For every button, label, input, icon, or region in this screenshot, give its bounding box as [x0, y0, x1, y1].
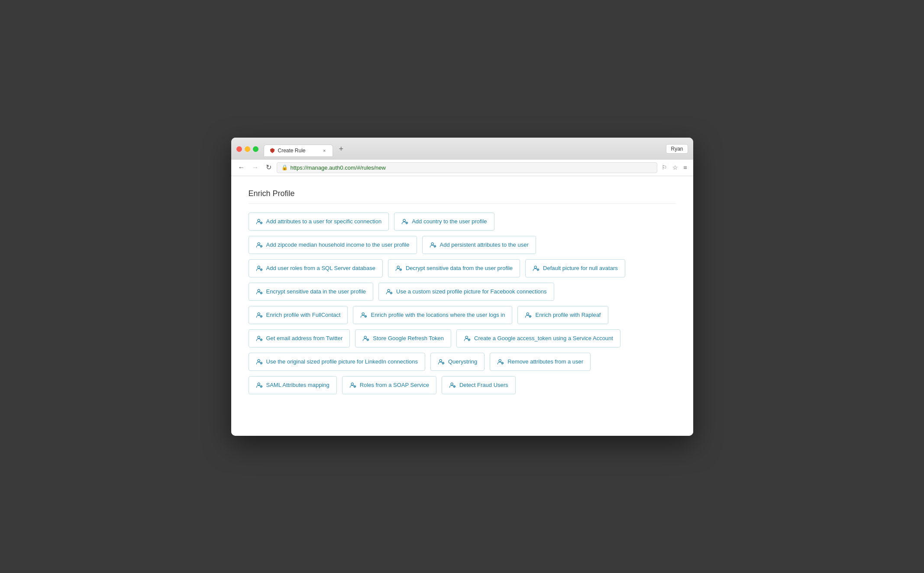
- user-rule-icon: [362, 335, 369, 342]
- user-menu-button[interactable]: Ryan: [666, 144, 688, 154]
- rule-card-5-2[interactable]: Create a Google access_token using a Ser…: [456, 329, 620, 348]
- user-rule-icon: [349, 382, 356, 389]
- maximize-button[interactable]: [253, 146, 258, 152]
- rule-card-label: Use the original sized profile picture f…: [266, 358, 418, 365]
- tab-title: Create Rule: [278, 148, 306, 154]
- user-rule-icon: [256, 265, 263, 272]
- section-title: Enrich Profile: [249, 189, 676, 204]
- star-button[interactable]: ☆: [672, 163, 679, 172]
- rule-card-6-2[interactable]: Remove attributes from a user: [490, 353, 591, 371]
- new-tab-button[interactable]: +: [335, 142, 348, 156]
- svg-point-40: [451, 383, 453, 385]
- rule-card-label: Roles from a SOAP Service: [360, 382, 429, 388]
- rule-card-3-1[interactable]: Use a custom sized profile picture for F…: [378, 283, 554, 301]
- svg-point-14: [258, 289, 260, 291]
- rule-card-label: Decrypt sensitive data from the user pro…: [406, 265, 513, 271]
- rules-row-1: Add zipcode median household income to t…: [249, 236, 676, 254]
- svg-point-28: [465, 336, 468, 338]
- rule-card-label: SAML Attributes mapping: [266, 382, 330, 388]
- rules-row-3: Encrypt sensitive data in the user profi…: [249, 283, 676, 301]
- rule-card-1-1[interactable]: Add persistent attributes to the user: [422, 236, 536, 254]
- svg-point-16: [388, 289, 390, 291]
- tab-bar: Create Rule × +: [264, 142, 666, 156]
- svg-point-0: [258, 219, 260, 221]
- svg-point-6: [431, 242, 433, 245]
- rule-card-2-2[interactable]: Default picture for null avatars: [525, 259, 625, 277]
- rule-card-label: Default picture for null avatars: [543, 265, 618, 271]
- menu-button[interactable]: ≡: [682, 163, 688, 172]
- user-rule-icon: [533, 265, 540, 272]
- svg-point-36: [258, 383, 260, 385]
- rule-card-6-0[interactable]: Use the original sized profile picture f…: [249, 353, 425, 371]
- rule-card-label: Enrich profile with FullContact: [266, 312, 341, 318]
- tab-close-btn[interactable]: ×: [322, 148, 327, 154]
- user-rule-icon: [497, 358, 504, 365]
- back-button[interactable]: ←: [236, 163, 247, 172]
- user-rule-icon: [438, 358, 445, 365]
- svg-point-32: [439, 359, 442, 361]
- rule-card-1-0[interactable]: Add zipcode median household income to t…: [249, 236, 417, 254]
- user-rule-icon: [464, 335, 471, 342]
- user-rule-icon: [256, 382, 263, 389]
- rule-card-4-2[interactable]: Enrich profile with Rapleaf: [517, 306, 608, 324]
- window-controls: [236, 146, 258, 152]
- user-rule-icon: [256, 358, 263, 365]
- rule-card-4-0[interactable]: Enrich profile with FullContact: [249, 306, 348, 324]
- rule-card-5-0[interactable]: Get email address from Twitter: [249, 329, 350, 348]
- close-button[interactable]: [236, 146, 242, 152]
- svg-point-4: [258, 242, 260, 245]
- svg-point-30: [258, 359, 260, 361]
- rule-card-6-1[interactable]: Querystring: [430, 353, 485, 371]
- user-rule-icon: [386, 288, 393, 295]
- rule-card-label: Detect Fraud Users: [459, 382, 508, 388]
- security-lock-icon: 🔒: [281, 164, 288, 171]
- user-rule-icon: [256, 312, 263, 319]
- rule-card-2-1[interactable]: Decrypt sensitive data from the user pro…: [388, 259, 520, 277]
- rule-card-label: Add persistent attributes to the user: [440, 241, 529, 248]
- page-content: Enrich Profile Add attributes to a user …: [231, 176, 693, 436]
- address-bar[interactable]: 🔒 https://manage.auth0.com/#/rules/new: [277, 162, 658, 173]
- user-rule-icon: [430, 241, 436, 248]
- rule-card-label: Store Google Refresh Token: [373, 335, 444, 341]
- user-rule-icon: [256, 288, 263, 295]
- svg-point-20: [362, 312, 364, 315]
- rule-card-label: Encrypt sensitive data in the user profi…: [266, 288, 366, 295]
- refresh-button[interactable]: ↻: [264, 163, 273, 172]
- svg-point-24: [258, 336, 260, 338]
- svg-point-18: [258, 312, 260, 315]
- rule-card-label: Add user roles from a SQL Server databas…: [266, 265, 375, 271]
- rule-card-label: Create a Google access_token using a Ser…: [474, 335, 613, 341]
- rule-card-5-1[interactable]: Store Google Refresh Token: [355, 329, 451, 348]
- rules-row-4: Enrich profile with FullContact Enrich p…: [249, 306, 676, 324]
- svg-point-10: [397, 266, 399, 268]
- forward-button[interactable]: →: [250, 163, 261, 172]
- rule-card-2-0[interactable]: Add user roles from a SQL Server databas…: [249, 259, 383, 277]
- rules-row-6: Use the original sized profile picture f…: [249, 353, 676, 371]
- svg-point-8: [258, 266, 260, 268]
- rules-row-7: SAML Attributes mapping Roles from a SOA…: [249, 376, 676, 394]
- svg-point-38: [351, 383, 353, 385]
- rule-card-label: Enrich profile with Rapleaf: [535, 312, 601, 318]
- rule-card-7-2[interactable]: Detect Fraud Users: [442, 376, 516, 394]
- rule-card-4-1[interactable]: Enrich profile with the locations where …: [353, 306, 512, 324]
- rule-card-3-0[interactable]: Encrypt sensitive data in the user profi…: [249, 283, 374, 301]
- user-rule-icon: [360, 312, 367, 319]
- rule-card-0-0[interactable]: Add attributes to a user for specific co…: [249, 212, 389, 231]
- rules-row-0: Add attributes to a user for specific co…: [249, 212, 676, 231]
- user-rule-icon: [525, 312, 532, 319]
- rule-card-label: Enrich profile with the locations where …: [371, 312, 505, 318]
- rules-row-2: Add user roles from a SQL Server databas…: [249, 259, 676, 277]
- nav-actions: ⚐ ☆ ≡: [661, 163, 688, 172]
- svg-point-2: [403, 219, 405, 221]
- rules-grid: Add attributes to a user for specific co…: [249, 212, 676, 394]
- svg-point-22: [527, 312, 529, 315]
- rule-card-label: Add attributes to a user for specific co…: [266, 218, 382, 225]
- rule-card-0-1[interactable]: Add country to the user profile: [394, 212, 494, 231]
- navigation-bar: ← → ↻ 🔒 https://manage.auth0.com/#/rules…: [231, 160, 693, 176]
- pin-button[interactable]: ⚐: [661, 163, 668, 172]
- minimize-button[interactable]: [245, 146, 250, 152]
- auth0-tab-icon: [269, 148, 275, 154]
- rule-card-7-0[interactable]: SAML Attributes mapping: [249, 376, 337, 394]
- rule-card-7-1[interactable]: Roles from a SOAP Service: [342, 376, 436, 394]
- active-tab[interactable]: Create Rule ×: [264, 145, 333, 156]
